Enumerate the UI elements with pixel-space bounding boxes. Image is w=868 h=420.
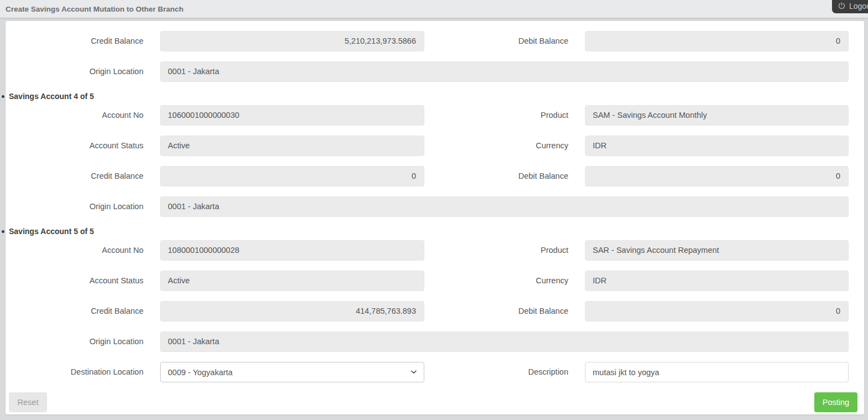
account-status-label: Account Status: [6, 136, 160, 156]
form-card: Credit Balance 5,210,213,973.5866 Debit …: [6, 21, 864, 414]
credit-balance-label: Credit Balance: [6, 301, 160, 322]
balance-row-top: Credit Balance 5,210,213,973.5866 Debit …: [6, 31, 864, 51]
debit-balance-field: 0: [585, 31, 849, 51]
account-no-label: Account No: [6, 105, 160, 126]
debit-balance-label: Debit Balance: [424, 166, 585, 186]
debit-balance-label: Debit Balance: [424, 31, 585, 51]
destination-description-row: Destination Location 0009 - Yogyakarta D…: [6, 362, 864, 382]
account-no-field: 1080001000000028: [160, 240, 424, 261]
account-row: Account No 1080001000000028 Product SAR …: [6, 240, 864, 261]
origin-location-label: Origin Location: [6, 61, 160, 82]
description-input[interactable]: [585, 362, 849, 382]
credit-balance-field: 0: [160, 166, 424, 186]
posting-button[interactable]: Posting: [814, 392, 857, 412]
balance-row: Credit Balance 414,785,763.893 Debit Bal…: [6, 301, 864, 322]
credit-balance-label: Credit Balance: [6, 31, 160, 51]
section-title-account-4: Savings Account 4 of 5: [6, 92, 864, 101]
balance-row: Credit Balance 0 Debit Balance 0: [6, 166, 864, 186]
account-no-label: Account No: [6, 240, 160, 261]
destination-location-select[interactable]: 0009 - Yogyakarta: [160, 362, 424, 382]
origin-location-field: 0001 - Jakarta: [160, 331, 849, 352]
origin-location-row-top: Origin Location 0001 - Jakarta: [6, 61, 864, 82]
top-header-bar: Create Savings Account Mutation to Other…: [0, 0, 868, 18]
credit-balance-field: 5,210,213,973.5866: [160, 31, 424, 51]
account-status-field: Active: [160, 271, 424, 291]
actions-row: Reset Posting: [6, 392, 864, 412]
debit-balance-field: 0: [585, 166, 849, 186]
debit-balance-field: 0: [585, 301, 849, 322]
currency-field: IDR: [585, 271, 849, 291]
origin-location-row: Origin Location 0001 - Jakarta: [6, 196, 864, 217]
origin-location-label: Origin Location: [6, 331, 160, 352]
product-field: SAM - Savings Account Monthly: [585, 105, 849, 126]
currency-field: IDR: [585, 136, 849, 156]
reset-button[interactable]: Reset: [9, 392, 47, 412]
currency-label: Currency: [424, 271, 585, 291]
origin-location-row: Origin Location 0001 - Jakarta: [6, 331, 864, 352]
page-title: Create Savings Account Mutation to Other…: [0, 5, 183, 13]
status-row: Account Status Active Currency IDR: [6, 271, 864, 291]
account-status-field: Active: [160, 136, 424, 156]
origin-location-field: 0001 - Jakarta: [160, 61, 849, 82]
destination-location-label: Destination Location: [6, 362, 160, 382]
account-no-field: 1060001000000030: [160, 105, 424, 126]
power-icon: [838, 2, 849, 11]
description-label: Description: [424, 362, 585, 382]
origin-location-field: 0001 - Jakarta: [160, 196, 849, 217]
credit-balance-field: 414,785,763.893: [160, 301, 424, 322]
account-row: Account No 1060001000000030 Product SAM …: [6, 105, 864, 126]
section-title-account-5: Savings Account 5 of 5: [6, 227, 864, 236]
account-status-label: Account Status: [6, 271, 160, 291]
product-label: Product: [424, 240, 585, 261]
status-row: Account Status Active Currency IDR: [6, 136, 864, 156]
origin-location-label: Origin Location: [6, 196, 160, 217]
currency-label: Currency: [424, 136, 585, 156]
logout-label: Logout: [849, 2, 868, 11]
credit-balance-label: Credit Balance: [6, 166, 160, 186]
debit-balance-label: Debit Balance: [424, 301, 585, 322]
logout-button[interactable]: Logout: [832, 0, 868, 13]
product-label: Product: [424, 105, 585, 126]
product-field: SAR - Savings Account Repayment: [585, 240, 849, 261]
